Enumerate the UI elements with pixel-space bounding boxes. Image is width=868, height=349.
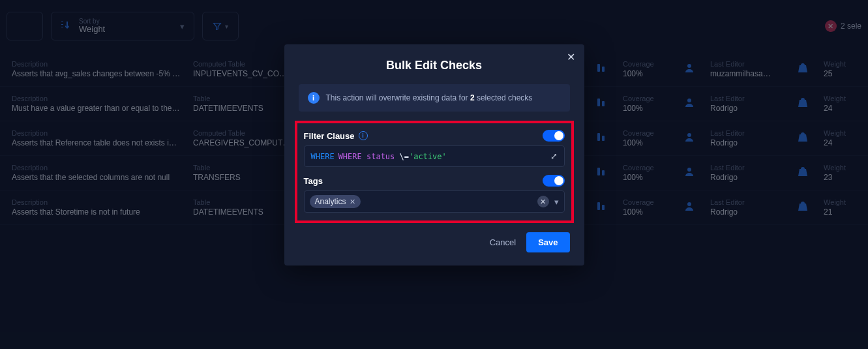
info-banner: i This action will overwrite existing da… xyxy=(299,84,570,112)
save-button[interactable]: Save xyxy=(526,232,569,252)
chevron-down-icon[interactable]: ▾ xyxy=(554,197,559,207)
modal-title: Bulk Edit Checks xyxy=(299,59,570,72)
modal-overlay: ✕ Bulk Edit Checks i This action will ov… xyxy=(0,0,868,349)
filter-clause-label: Filter Clause i xyxy=(304,131,368,141)
tags-input[interactable]: Analytics ✕ ✕ ▾ xyxy=(304,190,565,213)
highlighted-fields: Filter Clause i WHERE WHERE status \='ac… xyxy=(295,121,574,223)
filter-clause-toggle[interactable] xyxy=(543,130,565,142)
remove-tag-icon[interactable]: ✕ xyxy=(350,198,355,206)
bulk-edit-modal: ✕ Bulk Edit Checks i This action will ov… xyxy=(284,44,584,266)
tag-chip[interactable]: Analytics ✕ xyxy=(310,195,361,208)
tags-label: Tags xyxy=(304,176,323,186)
cancel-button[interactable]: Cancel xyxy=(490,237,516,247)
filter-clause-input[interactable]: WHERE WHERE status \='active' ⤢ xyxy=(304,145,565,167)
info-icon: i xyxy=(308,92,320,104)
close-icon[interactable]: ✕ xyxy=(567,51,575,63)
expand-icon[interactable]: ⤢ xyxy=(550,151,558,161)
clear-tags-icon[interactable]: ✕ xyxy=(537,196,549,207)
help-icon[interactable]: i xyxy=(359,131,368,140)
tags-toggle[interactable] xyxy=(543,175,565,187)
